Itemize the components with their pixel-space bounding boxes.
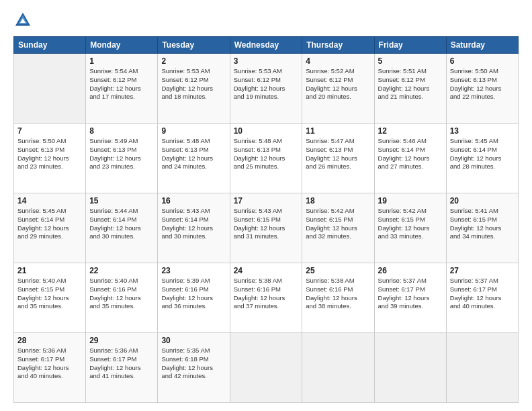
header — [13, 11, 519, 30]
logo — [13, 11, 35, 30]
day-cell: 29Sunrise: 5:36 AM Sunset: 6:17 PM Dayli… — [86, 333, 158, 403]
day-cell: 11Sunrise: 5:47 AM Sunset: 6:13 PM Dayli… — [302, 124, 374, 193]
day-number: 21 — [17, 266, 82, 275]
day-cell: 6Sunrise: 5:50 AM Sunset: 6:13 PM Daylig… — [446, 54, 518, 124]
day-number: 23 — [161, 266, 226, 275]
day-info: Sunrise: 5:48 AM Sunset: 6:13 PM Dayligh… — [161, 137, 226, 171]
day-header-wednesday: Wednesday — [230, 37, 302, 54]
day-number: 17 — [234, 196, 299, 205]
day-info: Sunrise: 5:45 AM Sunset: 6:14 PM Dayligh… — [450, 137, 515, 171]
day-number: 6 — [450, 56, 515, 66]
day-info: Sunrise: 5:42 AM Sunset: 6:15 PM Dayligh… — [306, 207, 370, 241]
week-row-1: 1Sunrise: 5:54 AM Sunset: 6:12 PM Daylig… — [14, 54, 519, 124]
day-cell: 16Sunrise: 5:43 AM Sunset: 6:14 PM Dayli… — [158, 193, 230, 263]
day-number: 11 — [306, 126, 370, 136]
day-info: Sunrise: 5:53 AM Sunset: 6:12 PM Dayligh… — [234, 67, 299, 101]
day-cell: 15Sunrise: 5:44 AM Sunset: 6:14 PM Dayli… — [86, 193, 158, 263]
day-cell: 18Sunrise: 5:42 AM Sunset: 6:15 PM Dayli… — [302, 193, 374, 263]
day-cell: 28Sunrise: 5:36 AM Sunset: 6:17 PM Dayli… — [14, 333, 86, 403]
week-row-3: 14Sunrise: 5:45 AM Sunset: 6:14 PM Dayli… — [14, 193, 519, 263]
day-cell: 2Sunrise: 5:53 AM Sunset: 6:12 PM Daylig… — [158, 54, 230, 124]
day-number: 1 — [89, 56, 154, 66]
calendar-body: 1Sunrise: 5:54 AM Sunset: 6:12 PM Daylig… — [14, 54, 519, 403]
day-info: Sunrise: 5:35 AM Sunset: 6:18 PM Dayligh… — [161, 347, 226, 381]
day-number: 26 — [378, 266, 443, 275]
day-info: Sunrise: 5:48 AM Sunset: 6:13 PM Dayligh… — [234, 137, 299, 171]
day-cell: 21Sunrise: 5:40 AM Sunset: 6:15 PM Dayli… — [14, 263, 86, 333]
day-number: 3 — [234, 56, 299, 66]
day-number: 9 — [161, 126, 226, 136]
day-header-saturday: Saturday — [446, 37, 518, 54]
page: SundayMondayTuesdayWednesdayThursdayFrid… — [0, 0, 532, 411]
day-cell: 4Sunrise: 5:52 AM Sunset: 6:12 PM Daylig… — [302, 54, 374, 124]
day-info: Sunrise: 5:38 AM Sunset: 6:16 PM Dayligh… — [306, 277, 370, 311]
day-number: 12 — [378, 126, 443, 136]
day-info: Sunrise: 5:41 AM Sunset: 6:15 PM Dayligh… — [450, 207, 515, 241]
calendar-header: SundayMondayTuesdayWednesdayThursdayFrid… — [14, 37, 519, 54]
day-info: Sunrise: 5:40 AM Sunset: 6:15 PM Dayligh… — [17, 277, 82, 311]
day-number: 16 — [161, 196, 226, 205]
day-cell: 23Sunrise: 5:39 AM Sunset: 6:16 PM Dayli… — [158, 263, 230, 333]
day-number: 24 — [234, 266, 299, 275]
day-number: 15 — [89, 196, 154, 205]
day-number: 10 — [234, 126, 299, 136]
day-header-friday: Friday — [374, 37, 446, 54]
day-cell: 25Sunrise: 5:38 AM Sunset: 6:16 PM Dayli… — [302, 263, 374, 333]
day-cell: 26Sunrise: 5:37 AM Sunset: 6:17 PM Dayli… — [374, 263, 446, 333]
day-cell: 9Sunrise: 5:48 AM Sunset: 6:13 PM Daylig… — [158, 124, 230, 193]
day-cell — [230, 333, 302, 403]
day-info: Sunrise: 5:44 AM Sunset: 6:14 PM Dayligh… — [89, 207, 154, 241]
day-number: 20 — [450, 196, 515, 205]
day-cell — [446, 333, 518, 403]
day-number: 28 — [17, 336, 82, 345]
week-row-5: 28Sunrise: 5:36 AM Sunset: 6:17 PM Dayli… — [14, 333, 519, 403]
day-info: Sunrise: 5:45 AM Sunset: 6:14 PM Dayligh… — [17, 207, 82, 241]
day-cell: 24Sunrise: 5:38 AM Sunset: 6:16 PM Dayli… — [230, 263, 302, 333]
day-number: 13 — [450, 126, 515, 136]
day-header-thursday: Thursday — [302, 37, 374, 54]
day-number: 7 — [17, 126, 82, 136]
day-cell: 3Sunrise: 5:53 AM Sunset: 6:12 PM Daylig… — [230, 54, 302, 124]
header-row: SundayMondayTuesdayWednesdayThursdayFrid… — [14, 37, 519, 54]
calendar-table: SundayMondayTuesdayWednesdayThursdayFrid… — [13, 36, 519, 403]
day-cell: 12Sunrise: 5:46 AM Sunset: 6:14 PM Dayli… — [374, 124, 446, 193]
day-cell: 30Sunrise: 5:35 AM Sunset: 6:18 PM Dayli… — [158, 333, 230, 403]
day-number: 14 — [17, 196, 82, 205]
day-header-sunday: Sunday — [14, 37, 86, 54]
day-cell — [374, 333, 446, 403]
day-cell: 22Sunrise: 5:40 AM Sunset: 6:16 PM Dayli… — [86, 263, 158, 333]
day-info: Sunrise: 5:39 AM Sunset: 6:16 PM Dayligh… — [161, 277, 226, 311]
day-number: 30 — [161, 336, 226, 345]
day-info: Sunrise: 5:43 AM Sunset: 6:14 PM Dayligh… — [161, 207, 226, 241]
day-cell: 19Sunrise: 5:42 AM Sunset: 6:15 PM Dayli… — [374, 193, 446, 263]
day-number: 25 — [306, 266, 370, 275]
day-number: 5 — [378, 56, 443, 66]
day-cell: 17Sunrise: 5:43 AM Sunset: 6:15 PM Dayli… — [230, 193, 302, 263]
day-number: 8 — [89, 126, 154, 136]
day-number: 2 — [161, 56, 226, 66]
day-info: Sunrise: 5:53 AM Sunset: 6:12 PM Dayligh… — [161, 67, 226, 101]
day-number: 29 — [89, 336, 154, 345]
day-info: Sunrise: 5:43 AM Sunset: 6:15 PM Dayligh… — [234, 207, 299, 241]
day-info: Sunrise: 5:42 AM Sunset: 6:15 PM Dayligh… — [378, 207, 443, 241]
day-info: Sunrise: 5:50 AM Sunset: 6:13 PM Dayligh… — [17, 137, 82, 171]
day-cell — [302, 333, 374, 403]
day-number: 19 — [378, 196, 443, 205]
day-cell — [14, 54, 86, 124]
day-header-tuesday: Tuesday — [158, 37, 230, 54]
day-info: Sunrise: 5:54 AM Sunset: 6:12 PM Dayligh… — [89, 67, 154, 101]
day-cell: 1Sunrise: 5:54 AM Sunset: 6:12 PM Daylig… — [86, 54, 158, 124]
week-row-4: 21Sunrise: 5:40 AM Sunset: 6:15 PM Dayli… — [14, 263, 519, 333]
day-info: Sunrise: 5:40 AM Sunset: 6:16 PM Dayligh… — [89, 277, 154, 311]
day-info: Sunrise: 5:52 AM Sunset: 6:12 PM Dayligh… — [306, 67, 370, 101]
day-info: Sunrise: 5:51 AM Sunset: 6:12 PM Dayligh… — [378, 67, 443, 101]
day-cell: 20Sunrise: 5:41 AM Sunset: 6:15 PM Dayli… — [446, 193, 518, 263]
day-cell: 8Sunrise: 5:49 AM Sunset: 6:13 PM Daylig… — [86, 124, 158, 193]
day-info: Sunrise: 5:36 AM Sunset: 6:17 PM Dayligh… — [17, 347, 82, 381]
day-info: Sunrise: 5:38 AM Sunset: 6:16 PM Dayligh… — [234, 277, 299, 311]
day-cell: 13Sunrise: 5:45 AM Sunset: 6:14 PM Dayli… — [446, 124, 518, 193]
logo-icon — [13, 11, 32, 30]
day-info: Sunrise: 5:49 AM Sunset: 6:13 PM Dayligh… — [89, 137, 154, 171]
day-cell: 10Sunrise: 5:48 AM Sunset: 6:13 PM Dayli… — [230, 124, 302, 193]
day-cell: 27Sunrise: 5:37 AM Sunset: 6:17 PM Dayli… — [446, 263, 518, 333]
